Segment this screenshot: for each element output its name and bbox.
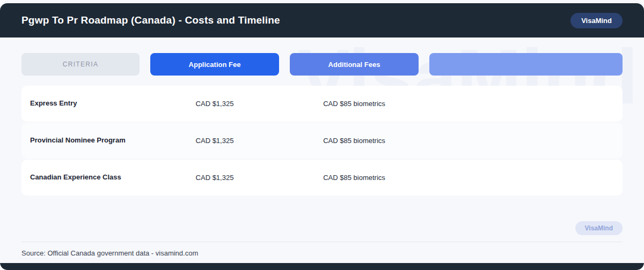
infographic-card: Pgwp To Pr Roadmap (Canada) - Costs and …: [0, 0, 644, 270]
main-content: VisaMind CRITERIA Application Fee Additi…: [0, 38, 644, 200]
header-bar: Pgwp To Pr Roadmap (Canada) - Costs and …: [0, 3, 644, 38]
table-row: Express Entry CAD $1,325 CAD $85 biometr…: [21, 86, 623, 122]
table-row: Provincial Nominee Program CAD $1,325 CA…: [21, 123, 623, 159]
bottom-accent-bar: [0, 263, 644, 270]
footer-divider: [21, 242, 623, 242]
column-chip-empty: [429, 53, 623, 76]
footer-brand-pill: VisaMind: [575, 221, 623, 235]
column-header-row: CRITERIA Application Fee Additional Fees: [21, 53, 623, 76]
table-body: Express Entry CAD $1,325 CAD $85 biometr…: [21, 86, 623, 196]
column-chip-additional-fees: Additional Fees: [290, 53, 419, 76]
row-value-application-fee: CAD $1,325: [150, 137, 279, 145]
page-title: Pgwp To Pr Roadmap (Canada) - Costs and …: [21, 14, 280, 26]
table-row: Canadian Experience Class CAD $1,325 CAD…: [21, 160, 623, 196]
row-criteria: Express Entry: [21, 93, 140, 114]
row-value-additional-fees: CAD $85 biometrics: [290, 137, 419, 145]
row-value-application-fee: CAD $1,325: [150, 174, 279, 182]
footer-brand-row: VisaMind: [21, 221, 623, 235]
brand-badge: VisaMind: [570, 13, 623, 28]
row-value-additional-fees: CAD $85 biometrics: [290, 174, 419, 182]
source-text: Source: Official Canada government data …: [21, 249, 623, 257]
row-value-application-fee: CAD $1,325: [150, 100, 279, 108]
column-chip-criteria: CRITERIA: [21, 53, 140, 76]
row-criteria: Canadian Experience Class: [21, 167, 140, 188]
column-chip-application-fee: Application Fee: [150, 53, 279, 76]
row-value-additional-fees: CAD $85 biometrics: [290, 100, 419, 108]
row-criteria: Provincial Nominee Program: [21, 130, 140, 151]
